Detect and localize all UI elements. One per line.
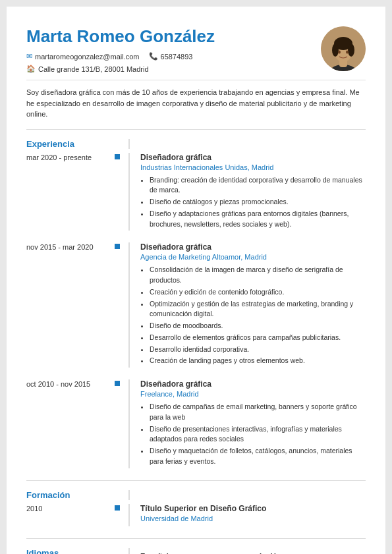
address-icon: 🏠	[26, 65, 36, 73]
bullet: Creación de landing pages y otros elemen…	[150, 356, 366, 366]
email-item: ✉ martaromeogonzalez@mail.com	[26, 52, 140, 61]
job-content-1: Diseñadora gráfica Industrias Internacio…	[128, 153, 366, 231]
bullet: Creación y edición de contenido fotográf…	[150, 287, 366, 298]
education-dates: 2010	[26, 504, 128, 515]
bullet: Diseño de moodboards.	[150, 321, 366, 331]
email-icon: ✉	[26, 52, 32, 61]
address-item: 🏠 Calle grande 131/B, 28001 Madrid	[26, 65, 149, 73]
bullet: Optimización y gestión de las estrategia…	[150, 299, 366, 320]
avatar	[321, 26, 366, 71]
bullet: Consolidación de la imagen de marca y di…	[150, 265, 366, 286]
section-divider-3	[26, 538, 366, 539]
job-bullets-1: Branding: creación de identidad corporat…	[140, 175, 366, 230]
idioma-espanol: Español	[140, 552, 246, 555]
job-content-2: Diseñadora gráfica Agencia de Marketing …	[128, 242, 366, 368]
job-row-2: nov 2015 - mar 2020 Diseñadora gráfica A…	[26, 242, 366, 368]
job-marker-3	[115, 381, 120, 386]
idiomas-grid: Español Inglés Francés	[140, 552, 366, 555]
bullet: Diseño y maquetación de folletos, catálo…	[150, 446, 366, 467]
bullet: Desarrollo de elementos gráficos para ca…	[150, 333, 366, 343]
avatar-image	[321, 26, 366, 71]
svg-point-6	[348, 43, 354, 57]
bullet: Desarrollo identidad corporativa.	[150, 345, 366, 355]
phone-icon: 📞	[149, 52, 158, 61]
bullet: Branding: creación de identidad corporat…	[150, 175, 366, 196]
job-dates-1: mar 2020 - presente	[26, 153, 128, 164]
phone-text: 65874893	[161, 53, 193, 61]
job-dates-2: nov 2015 - mar 2020	[26, 242, 128, 254]
svg-point-7	[338, 51, 341, 54]
bullet: Diseño de catálogos y piezas promocional…	[150, 197, 366, 208]
job-bullets-2: Consolidación de la imagen de marca y di…	[140, 265, 366, 366]
summary-text: Soy diseñadora gráfica con más de 10 año…	[26, 87, 366, 120]
job-bullets-3: Diseño de campañas de email marketing, b…	[140, 402, 366, 467]
header-left: Marta Romeo González ✉ martaromeogonzale…	[26, 26, 310, 73]
job-content-3: Diseñadora gráfica Freelance, Madrid Dis…	[128, 379, 366, 468]
bullet: Diseño y adaptaciones gráficas para ento…	[150, 209, 366, 230]
job-row-3: oct 2010 - nov 2015 Diseñadora gráfica F…	[26, 379, 366, 468]
education-row: 2010 Título Superior en Diseño Gráfico U…	[26, 504, 366, 526]
education-content: Título Superior en Diseño Gráfico Univer…	[128, 504, 366, 526]
email-text: martaromeogonzalez@mail.com	[35, 53, 140, 61]
phone-item: 📞 65874893	[149, 52, 193, 61]
address-text: Calle grande 131/B, 28001 Madrid	[38, 65, 149, 73]
job-marker-2	[115, 244, 120, 249]
formacion-title: Formación	[26, 490, 122, 500]
job-dates-3: oct 2010 - nov 2015	[26, 379, 128, 391]
resume-container: Marta Romeo González ✉ martaromeogonzale…	[7, 7, 385, 554]
candidate-name: Marta Romeo González	[26, 26, 310, 47]
section-divider-2	[26, 480, 366, 481]
bullet: Diseño de presentaciones interactivas, i…	[150, 424, 366, 445]
idiomas-title: Idiomas	[26, 548, 122, 555]
job-row-1: mar 2020 - presente Diseñadora gráfica I…	[26, 153, 366, 231]
experiencia-title: Experiencia	[26, 139, 122, 149]
idioma-ingles: Inglés	[260, 552, 366, 555]
svg-point-8	[346, 51, 349, 54]
header: Marta Romeo González ✉ martaromeogonzale…	[26, 26, 366, 73]
bullet: Diseño de campañas de email marketing, b…	[150, 402, 366, 423]
section-divider	[26, 129, 366, 130]
job-marker-1	[115, 154, 120, 159]
header-divider	[26, 80, 366, 80]
svg-point-5	[332, 43, 339, 57]
education-marker	[115, 505, 120, 511]
contact-row: ✉ martaromeogonzalez@mail.com 📞 65874893…	[26, 52, 310, 73]
